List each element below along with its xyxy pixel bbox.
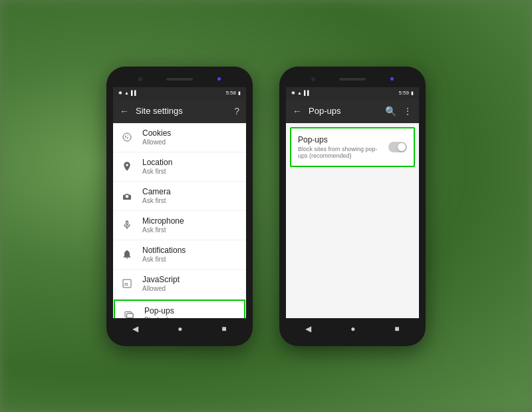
notifications-subtitle: Ask first [142, 256, 186, 263]
popup-item-subtitle: Block sites from showing pop-ups (recomm… [298, 146, 384, 159]
popups-subtitle: Blocked [144, 316, 174, 318]
camera-icon [120, 188, 134, 203]
battery-icon-1: ▮ [238, 91, 241, 96]
recent-nav-1[interactable]: ■ [221, 324, 226, 333]
phone-1-top-bar [113, 73, 246, 85]
phone-1-speaker [166, 78, 193, 81]
back-button-1[interactable]: ← [120, 106, 129, 116]
phone-2-led [390, 77, 394, 81]
location-subtitle: Ask first [142, 168, 172, 175]
notifications-text: Notifications Ask first [142, 246, 186, 263]
phone-2-status-right: 5:59 ▮ [398, 90, 414, 96]
popup-item-text: Pop-ups Block sites from showing pop-ups… [298, 135, 384, 159]
notifications-title: Notifications [142, 246, 186, 255]
cookies-icon [120, 130, 134, 144]
settings-item-javascript[interactable]: JS JavaScript Allowed [113, 270, 246, 299]
cookies-title: Cookies [142, 128, 171, 138]
popups-text: Pop-ups Blocked [144, 306, 174, 318]
phone-2-status-left: ✱ ▲ ▌▌ [291, 91, 311, 96]
phone-2: ✱ ▲ ▌▌ 5:59 ▮ ← Pop-ups 🔍 ⋮ [279, 67, 426, 346]
help-button[interactable]: ? [234, 106, 239, 116]
phone-1-title: Site settings [136, 106, 227, 116]
svg-point-1 [125, 136, 126, 137]
settings-item-cookies[interactable]: Cookies Allowed [113, 123, 246, 152]
home-nav-2[interactable]: ● [350, 324, 355, 333]
microphone-text: Microphone Ask first [142, 216, 184, 234]
back-nav-2[interactable]: ◀ [305, 324, 311, 333]
phone-1-led [217, 77, 221, 81]
settings-item-microphone[interactable]: Microphone Ask first [113, 211, 246, 240]
search-button[interactable]: 🔍 [385, 106, 396, 116]
settings-item-notifications[interactable]: Notifications Ask first [113, 240, 246, 270]
settings-list: Cookies Allowed Location Ask first [113, 123, 246, 318]
javascript-text: JavaScript Allowed [142, 275, 180, 292]
javascript-icon: JS [120, 276, 134, 291]
signal-icon: ▌▌ [131, 91, 138, 95]
phone-1-status-bar: ✱ ▲ ▌▌ 5:58 ▮ [113, 87, 246, 99]
settings-item-camera[interactable]: Camera Ask first [113, 182, 246, 211]
phone-2-screen: ✱ ▲ ▌▌ 5:59 ▮ ← Pop-ups 🔍 ⋮ [286, 87, 419, 318]
phones-container: ✱ ▲ ▌▌ 5:58 ▮ ← Site settings ? [106, 67, 426, 346]
bluetooth-icon-2: ✱ [291, 91, 295, 96]
phone-1-screen: ✱ ▲ ▌▌ 5:58 ▮ ← Site settings ? [113, 87, 246, 318]
phone-1: ✱ ▲ ▌▌ 5:58 ▮ ← Site settings ? [106, 67, 253, 346]
signal-icon-2: ▌▌ [304, 91, 311, 95]
more-button[interactable]: ⋮ [403, 106, 412, 116]
phone-2-title: Pop-ups [309, 106, 378, 116]
phone-2-camera [311, 77, 315, 81]
camera-title: Camera [142, 187, 171, 196]
back-button-2[interactable]: ← [293, 106, 302, 116]
recent-nav-2[interactable]: ■ [394, 324, 399, 333]
battery-icon-2: ▮ [411, 91, 414, 96]
svg-point-3 [127, 137, 128, 138]
phone-2-speaker [339, 78, 366, 81]
svg-point-2 [128, 135, 128, 136]
phone-1-time: 5:58 [225, 90, 236, 96]
popups-title: Pop-ups [144, 306, 174, 315]
popup-toggle-item[interactable]: Pop-ups Block sites from showing pop-ups… [290, 127, 415, 167]
phone-1-status-left: ✱ ▲ ▌▌ [118, 91, 138, 96]
location-icon [120, 159, 134, 174]
bluetooth-icon: ✱ [118, 91, 122, 96]
settings-item-location[interactable]: Location Ask first [113, 152, 246, 182]
camera-subtitle: Ask first [142, 197, 171, 204]
javascript-subtitle: Allowed [142, 285, 180, 292]
phone-2-bottom-nav: ◀ ● ■ [286, 318, 419, 339]
camera-text: Camera Ask first [142, 187, 171, 204]
popup-item-title: Pop-ups [298, 135, 384, 144]
cookies-text: Cookies Allowed [142, 128, 171, 146]
popup-content: Pop-ups Block sites from showing pop-ups… [286, 123, 419, 318]
svg-text:JS: JS [124, 282, 128, 286]
popup-toggle[interactable] [388, 142, 407, 152]
phone-2-time: 5:59 [398, 90, 409, 96]
microphone-title: Microphone [142, 216, 184, 226]
toggle-knob [398, 143, 406, 151]
microphone-icon [120, 218, 134, 232]
javascript-title: JavaScript [142, 275, 180, 284]
cookies-subtitle: Allowed [142, 138, 171, 146]
wifi-icon-2: ▲ [297, 91, 302, 95]
phone-2-status-bar: ✱ ▲ ▌▌ 5:59 ▮ [286, 87, 419, 99]
notifications-icon [120, 247, 134, 262]
location-title: Location [142, 158, 172, 167]
location-text: Location Ask first [142, 158, 172, 175]
back-nav-1[interactable]: ◀ [132, 324, 138, 333]
svg-point-0 [123, 133, 131, 141]
wifi-icon: ▲ [124, 91, 129, 95]
phone-1-bottom-nav: ◀ ● ■ [113, 318, 246, 339]
svg-point-4 [125, 138, 126, 138]
phone-1-camera [138, 77, 142, 81]
phone-2-top-bar [286, 73, 419, 85]
microphone-subtitle: Ask first [142, 226, 184, 234]
popups-icon [122, 308, 136, 318]
phone-1-app-bar: ← Site settings ? [113, 99, 246, 123]
home-nav-1[interactable]: ● [178, 324, 182, 333]
phone-1-status-right: 5:58 ▮ [225, 90, 241, 96]
phone-2-app-bar: ← Pop-ups 🔍 ⋮ [286, 99, 419, 123]
settings-item-popups[interactable]: Pop-ups Blocked [114, 300, 245, 318]
